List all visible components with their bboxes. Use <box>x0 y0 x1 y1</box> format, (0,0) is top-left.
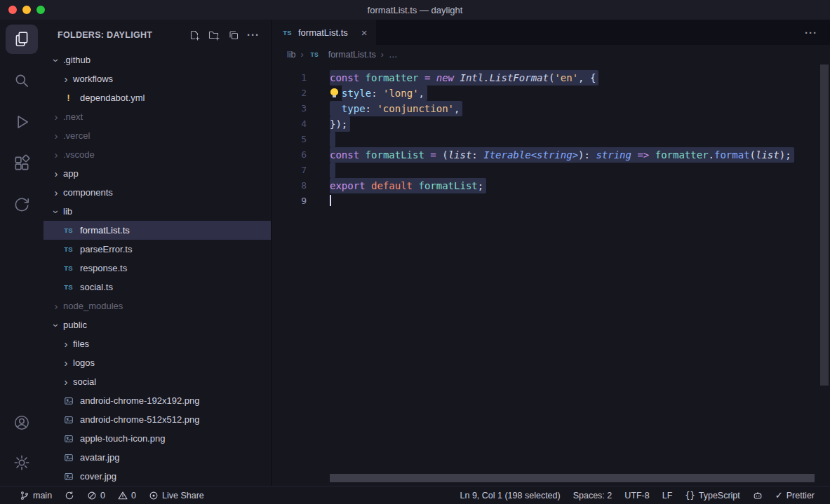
activity-search-button[interactable] <box>6 66 38 95</box>
activity-accounts-button[interactable] <box>6 408 38 437</box>
new-file-icon[interactable] <box>188 29 201 41</box>
status-0[interactable]: 0 <box>87 491 105 500</box>
zoom-button[interactable] <box>36 6 45 14</box>
code-line[interactable]: const formatList = (list: Iterable<strin… <box>330 147 794 163</box>
status-live-share[interactable]: Live Share <box>149 491 204 500</box>
status-ln-9-col-1-198-selected[interactable]: Ln 9, Col 1 (198 selected) <box>460 491 561 500</box>
typescript-file-icon: TS <box>62 225 74 236</box>
tree-item-social[interactable]: ›social <box>43 372 271 391</box>
tree-item-apple-touch-icon-png[interactable]: apple-touch-icon.png <box>43 429 271 448</box>
code-line[interactable] <box>330 163 794 178</box>
duplicate-icon[interactable] <box>227 29 240 41</box>
chevron-right-icon: › <box>51 149 62 161</box>
line-number: 4 <box>272 116 307 132</box>
status-copilot[interactable] <box>753 491 763 500</box>
selection-highlight: }); <box>330 116 350 132</box>
status-typescript[interactable]: {}TypeScript <box>685 491 740 500</box>
code-line[interactable] <box>330 193 794 209</box>
tree-item-android-chrome-192x192-png[interactable]: android-chrome-192x192.png <box>43 391 271 410</box>
tree-item-app[interactable]: ›app <box>43 164 271 183</box>
activity-extensions-button[interactable] <box>6 149 38 178</box>
editor-tab[interactable]: TSformatList.ts× <box>272 20 376 45</box>
status-lf[interactable]: LF <box>662 491 673 500</box>
tree-item-label: parseError.ts <box>80 244 132 254</box>
status-label: main <box>33 491 52 500</box>
sidebar-actions: ··· <box>188 29 260 41</box>
tree-item-public[interactable]: ›public <box>43 315 271 334</box>
status-main[interactable]: main <box>20 491 52 500</box>
activity-settings-button[interactable] <box>6 448 38 477</box>
more-icon[interactable]: ··· <box>247 29 260 41</box>
editor-actions-more-icon[interactable]: ··· <box>805 20 817 45</box>
tree-item-label: .next <box>63 111 83 122</box>
tree-item-vscode[interactable]: ›.vscode <box>43 145 271 164</box>
code-editor[interactable]: 123456789 const formatter = new Intl.Lis… <box>272 64 830 486</box>
tab-strip: TSformatList.ts× ··· <box>272 20 830 45</box>
tree-item-components[interactable]: ›components <box>43 183 271 202</box>
breadcrumb-label: … <box>389 50 398 60</box>
tree-item-avatar-jpg[interactable]: avatar.jpg <box>43 448 271 467</box>
breadcrumb: lib›TSformatList.ts›… <box>272 45 830 64</box>
live-share-icon <box>149 491 159 500</box>
share-icon <box>13 196 31 214</box>
chevron-right-icon: › <box>51 168 62 179</box>
tree-item-label: .vscode <box>63 149 95 160</box>
code-line[interactable]: style: 'long', <box>330 86 794 101</box>
tree-item-lib[interactable]: ›lib <box>43 202 271 221</box>
code-line[interactable] <box>330 132 794 147</box>
tree-item-vercel[interactable]: ›.vercel <box>43 126 271 145</box>
chevron-down-icon: › <box>51 320 62 331</box>
code-line[interactable]: export default formatList; <box>330 178 794 193</box>
tree-item-next[interactable]: ›.next <box>43 107 271 126</box>
tree-item-label: response.ts <box>80 263 127 273</box>
sidebar-header-title: FOLDERS: DAYLIGHT <box>58 30 152 40</box>
status-0[interactable]: 0 <box>118 491 136 500</box>
tree-item-social-ts[interactable]: TSsocial.ts <box>43 278 271 297</box>
new-folder-icon[interactable] <box>208 29 220 41</box>
activity-run-debug-button[interactable] <box>6 107 38 137</box>
chevron-right-icon: › <box>301 50 304 60</box>
breadcrumb-item[interactable]: TSformatList.ts <box>309 49 376 60</box>
chevron-right-icon: › <box>381 50 384 60</box>
minimize-button[interactable] <box>22 6 31 14</box>
tree-item-label: lib <box>63 206 72 217</box>
code-line[interactable]: }); <box>330 116 794 132</box>
status-utf-8[interactable]: UTF-8 <box>624 491 649 500</box>
tree-item-node-modules[interactable]: ›node_modules <box>43 297 271 315</box>
tree-item-label: cover.jpg <box>80 471 116 482</box>
tree-item-label: avatar.jpg <box>80 452 119 463</box>
code-line[interactable]: type: 'conjunction', <box>330 101 794 116</box>
tree-item-files[interactable]: ›files <box>43 334 271 353</box>
close-icon[interactable]: × <box>361 27 368 39</box>
status-sync[interactable] <box>65 491 74 500</box>
status-spaces-2[interactable]: Spaces: 2 <box>573 491 613 500</box>
tree-item-android-chrome-512x512-png[interactable]: android-chrome-512x512.png <box>43 410 271 429</box>
tab-label: formatList.ts <box>298 27 348 38</box>
vertical-scrollbar[interactable] <box>820 64 829 386</box>
tree-item-github[interactable]: ›.github <box>43 50 271 69</box>
tree-item-response-ts[interactable]: TSresponse.ts <box>43 259 271 278</box>
code-line[interactable]: const formatter = new Intl.ListFormat('e… <box>330 70 794 86</box>
close-button[interactable] <box>8 6 17 14</box>
line-number: 8 <box>272 178 307 193</box>
workbench: FOLDERS: DAYLIGHT ··· ›.github›workflows… <box>0 20 830 486</box>
tree-item-formatlist-ts[interactable]: TSformatList.ts <box>43 221 271 240</box>
selection-highlight: export default formatList; <box>330 178 486 193</box>
breadcrumb-item[interactable]: lib <box>287 50 296 60</box>
status-prettier[interactable]: ✓Prettier <box>775 490 815 500</box>
tree-item-logos[interactable]: ›logos <box>43 353 271 372</box>
breadcrumb-item[interactable]: … <box>389 50 398 60</box>
tree-item-cover-jpg[interactable]: cover.jpg <box>43 467 271 486</box>
lightbulb-icon[interactable] <box>330 86 342 101</box>
tree-item-label: workflows <box>73 74 113 84</box>
status-label: LF <box>662 491 673 500</box>
activity-explorer-button[interactable] <box>6 25 38 54</box>
activity-share-button[interactable] <box>6 190 38 219</box>
check-icon: ✓ <box>775 490 783 500</box>
tree-item-parseerror-ts[interactable]: TSparseError.ts <box>43 240 271 259</box>
sidebar-header: FOLDERS: DAYLIGHT ··· <box>43 20 271 50</box>
tree-item-dependabot-yml[interactable]: !dependabot.yml <box>43 88 271 107</box>
tree-item-workflows[interactable]: ›workflows <box>43 69 271 88</box>
file-tree: ›.github›workflows!dependabot.yml›.next›… <box>43 50 271 486</box>
horizontal-scrollbar[interactable] <box>330 474 815 482</box>
